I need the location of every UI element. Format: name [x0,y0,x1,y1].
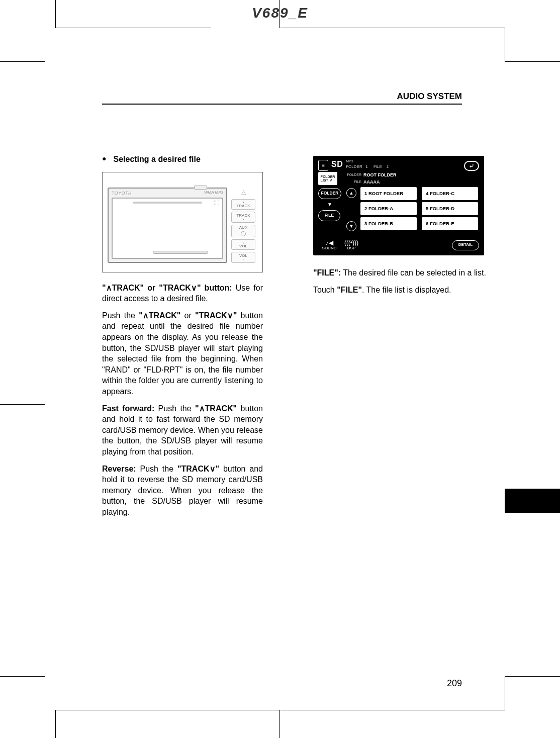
file-row: FILE AAAAA [345,179,380,185]
left-column: ● Selecting a desired file TOYOTA WMA MP… [102,154,263,523]
list-item[interactable]: 1 ROOT FOLDER [360,187,417,200]
headunit-right-keys: △ ∧TRACK TRACK∨ AUX +VOL VOL- [229,188,257,263]
crop-mark [279,710,505,710]
aux-label: AUX [239,225,247,231]
right-column: ▤ SD MP3 FOLDER 1 FILE 1 ⤶ FOLDERLIST ⤶ … [313,156,489,301]
list-item[interactable]: 5 FOLDER-D [422,202,478,215]
crop-mark [55,710,281,710]
touch-header: ▤ SD MP3 FOLDER 1 FILE 1 [313,156,484,173]
para-push: Push the "∧TRACK" or "TRACK∨" button and… [102,310,263,397]
vol-down-button[interactable]: VOL- [231,252,255,262]
page-number: 209 [447,678,462,689]
sound-icon: ♪◀ [326,239,333,246]
section-title: AUDIO SYSTEM [397,91,462,102]
p3-mid: Push the [154,404,195,413]
file-label: FILE [345,179,363,184]
headunit-icon: ⛶ [214,200,219,207]
folder-value: ROOT FOLDER [363,172,397,178]
section-rule [102,104,462,105]
crop-mark [55,710,56,738]
list-item[interactable]: 6 FOLDER-E [422,217,478,230]
crop-mark [505,676,560,677]
folder-count-value: 1 [365,164,367,169]
folder-items-left: 1 ROOT FOLDER 2 FOLDER-A 3 FOLDER-B [360,187,417,232]
headunit-wma: WMA MP3 [204,190,223,196]
rp2-post: . The file list is displayed. [362,286,451,294]
headunit-tray [153,251,208,254]
list-item[interactable]: 2 FOLDER-A [360,202,417,215]
p4-mid: Push the [136,465,177,473]
para-track-button: "∧TRACK" or "TRACK∨" button: Use for dir… [102,283,263,304]
list-item-label: 5 FOLDER-D [426,206,454,212]
counts: MP3 FOLDER 1 FILE 1 [346,159,389,170]
list-item-label: 6 FOLDER-E [426,221,454,227]
scroll-up-button[interactable]: ▲ [346,188,356,198]
p2-mid: or [180,311,195,320]
para1-bold: "∧TRACK" or "TRACK∨" button: [102,284,232,292]
crop-mark [505,677,505,710]
side-tab [505,489,560,513]
file-count-value: 1 [387,164,389,169]
detail-button[interactable]: DETAIL [452,240,479,250]
para-fast-forward: Fast forward: Push the "∧TRACK" button a… [102,403,263,457]
file-button-label: FILE [325,213,334,218]
dsp-icon: (((•))) [344,239,358,246]
dsp-label: DSP [347,246,355,251]
p2-pre: Push the [102,311,139,320]
crop-mark [505,61,560,62]
dsp-button[interactable]: (((•))) DSP [340,239,362,251]
folder-button[interactable]: FOLDER [318,188,341,199]
detail-label: DETAIL [458,242,473,248]
sound-button[interactable]: ♪◀ SOUND [318,239,340,251]
headunit-slot [133,202,202,204]
vol-up-button[interactable]: +VOL [231,239,255,250]
down-chevron-icon: ▼ [327,201,332,208]
p4-b2: "TRACK∨" [177,465,219,473]
aux-knob [241,231,246,236]
sd-card-icon: ▤ [318,160,328,171]
headunit-face: TOYOTA WMA MP3 ⛶ [108,188,227,263]
file-value: AAAAA [363,179,380,185]
mp3: MP3 [346,159,353,163]
crop-mark [0,404,45,405]
headunit-screen: ⛶ [112,198,223,259]
back-icon: ⤶ [469,161,475,171]
para-file-btn: "FILE": The desired file can be selected… [313,267,489,279]
para-reverse: Reverse: Push the "TRACK∨" button and ho… [102,464,263,518]
touchscreen: ▤ SD MP3 FOLDER 1 FILE 1 ⤶ FOLDERLIST ⤶ … [313,156,484,255]
crop-mark [0,676,45,677]
p2-b2: "TRACK∨" [195,311,237,320]
back-button[interactable]: ⤶ [464,161,479,171]
folder-button-label: FOLDER [321,191,339,196]
p4-b: Reverse: [102,465,136,473]
dn-icon: ▼ [349,223,354,229]
folder-list-button[interactable]: FOLDERLIST ⤶ [318,172,337,185]
p2-post: button and repeat until the desired file… [102,311,263,396]
folder-items-right: 4 FOLDER-C 5 FOLDER-D 6 FOLDER-E [422,187,478,232]
list-item[interactable]: 3 FOLDER-B [360,217,417,230]
crop-mark [55,28,211,28]
folder-row: FOLDER ROOT FOLDER [345,172,397,178]
sd-label: SD [331,159,343,170]
rp1-b: "FILE": [313,268,341,277]
sound-label: SOUND [322,246,337,251]
eject-icon: △ [231,188,255,197]
scroll-down-button[interactable]: ▼ [346,221,356,231]
headunit-nub [194,186,207,190]
up-icon: ▲ [349,190,354,196]
track-up-button[interactable]: ∧TRACK [231,199,255,210]
doc-title: V689_E [0,5,560,21]
p3-b: Fast forward: [102,404,154,413]
file-button[interactable]: FILE [318,210,340,221]
track-down-button[interactable]: TRACK∨ [231,212,255,222]
bullet-heading: ● Selecting a desired file [102,154,263,165]
crop-mark [0,61,45,62]
bullet-title: Selecting a desired file [113,154,200,165]
bullet-icon: ● [102,154,106,165]
folder-label: FOLDER [345,172,363,177]
crop-mark [279,710,280,738]
aux-button[interactable]: AUX [231,225,255,237]
para-touch-file: Touch "FILE". The file list is displayed… [313,285,489,296]
file-count-label: FILE [374,164,382,169]
list-item[interactable]: 4 FOLDER-C [422,187,478,200]
